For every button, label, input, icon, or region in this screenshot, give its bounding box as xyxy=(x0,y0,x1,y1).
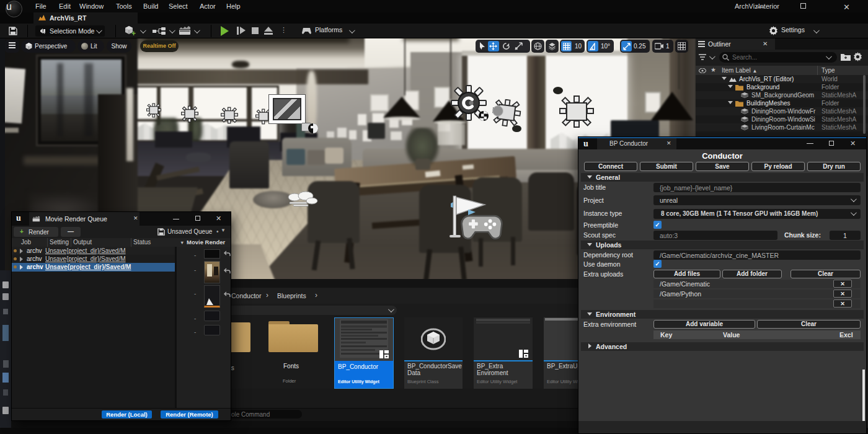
svg-text:+: + xyxy=(131,29,136,37)
